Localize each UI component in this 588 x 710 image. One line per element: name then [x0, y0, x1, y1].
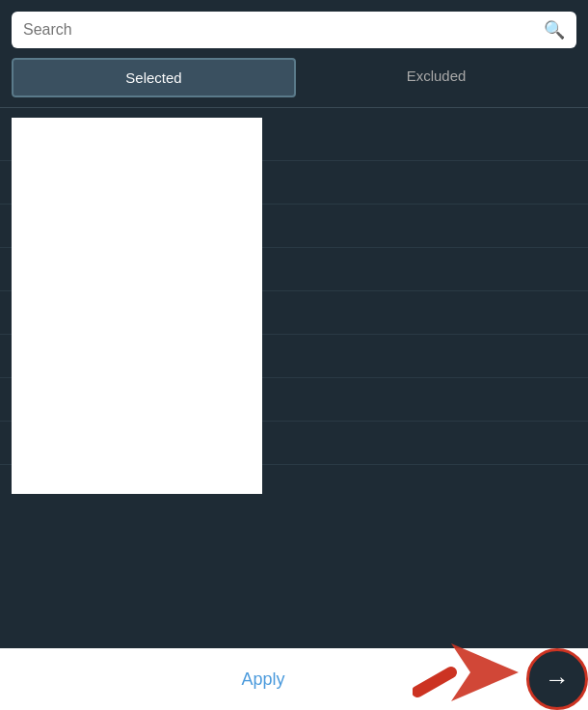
tab-excluded[interactable]: Excluded: [296, 58, 576, 97]
search-bar: 🔍: [12, 12, 576, 48]
divider: [0, 107, 588, 108]
search-input[interactable]: [23, 21, 544, 39]
search-icon: 🔍: [544, 19, 565, 41]
tab-selected[interactable]: Selected: [12, 58, 296, 97]
apply-button[interactable]: Apply: [0, 648, 526, 710]
main-container: 🔍 Selected Excluded ✓ As 3047 ✓: [0, 0, 588, 710]
bottom-bar: Apply →: [0, 648, 588, 710]
arrow-circle-button[interactable]: →: [526, 648, 588, 710]
list: ✓ As 3047 ✓ Av ✓ Ax - 18002 ✓: [0, 118, 588, 648]
arrow-right-icon: →: [545, 665, 570, 695]
white-overlay: [12, 118, 262, 494]
tabs-container: Selected Excluded: [12, 58, 576, 97]
